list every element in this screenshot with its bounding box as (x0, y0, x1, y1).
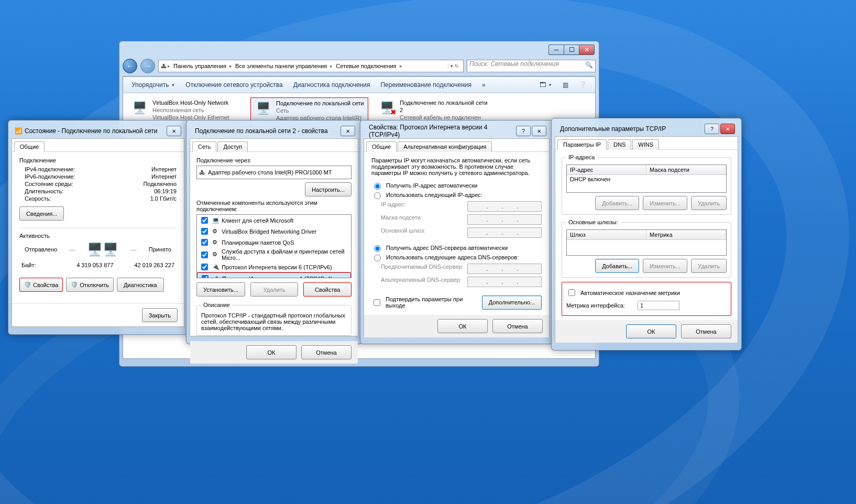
view-options-icon[interactable]: 🗔 ▼ (535, 79, 556, 91)
diagnose-button[interactable]: Диагностика подключения (289, 79, 375, 91)
crumb-network-connections[interactable]: Сетевые подключения (334, 62, 398, 70)
service-icon: ⚙ (212, 228, 220, 235)
search-input[interactable]: Поиск: Сетевые подключения (467, 60, 596, 72)
col-metric: Метрика (646, 230, 726, 239)
adapter-name: Адаптер рабочего стола Intel(R) PRO/1000… (208, 169, 332, 176)
tab-network[interactable]: Сеть (192, 141, 216, 152)
ok-button[interactable]: ОК (437, 319, 488, 333)
sent-label: Отправлено (25, 246, 57, 253)
maximize-button[interactable]: ☐ (564, 45, 579, 55)
validate-on-exit-checkbox[interactable] (374, 299, 380, 306)
diagnose-button[interactable]: Диагностика (117, 278, 164, 292)
component-checkbox[interactable] (201, 217, 208, 224)
components-listbox[interactable]: 💻Клиент для сетей Microsoft ⚙VirtualBox … (196, 214, 352, 278)
cancel-button[interactable]: Отмена (681, 324, 731, 338)
advanced-button[interactable]: Дополнительно... (482, 295, 542, 310)
ipv4-properties-dialog: Свойства: Протокол Интернета версии 4 (T… (360, 120, 553, 344)
validate-on-exit-checkbox-row[interactable]: Подтвердить параметры при выходе (371, 296, 482, 309)
tab-general[interactable]: Общие (14, 141, 45, 152)
nav-forward-button[interactable]: → (140, 59, 155, 73)
preview-pane-icon[interactable]: ▥ (558, 79, 573, 91)
auto-metric-label: Автоматическое назначение метрики (580, 290, 680, 296)
delete-gateway-button[interactable]: Удалить (691, 259, 727, 273)
ok-button[interactable]: ОК (626, 324, 676, 338)
overflow-button[interactable]: » (478, 79, 490, 91)
breadcrumb[interactable]: 🖧 ▸ Панель управления ▸ Все элементы пан… (158, 60, 464, 72)
component-item[interactable]: ⚙Планировщик пакетов QoS (197, 237, 351, 248)
component-checkbox[interactable] (201, 264, 208, 270)
group-connection-label: Подключение (19, 157, 177, 163)
properties-button[interactable]: 🛡️Свойства (19, 278, 63, 292)
help-button[interactable]: ? (516, 126, 531, 136)
refresh-icon[interactable]: ▾ ↻ (448, 63, 461, 69)
close-dialog-button[interactable]: Закрыть (142, 308, 178, 322)
connection-item-lan2[interactable]: 🖥️✖ Подключение по локальной сети 2 Сете… (375, 97, 491, 123)
minimize-button[interactable]: ─ (548, 45, 564, 55)
component-properties-button[interactable]: Свойства (303, 282, 352, 297)
component-checkbox[interactable] (201, 228, 208, 235)
dhcp-enabled-row: DHCP включен (570, 176, 610, 182)
component-item[interactable]: 💻Клиент для сетей Microsoft (197, 215, 351, 226)
dialog-title: Состояние - Подключение по локальной сет… (23, 127, 167, 135)
col-ip: IP-адрес (567, 165, 646, 174)
configure-button[interactable]: Настроить... (305, 182, 352, 196)
auto-metric-checkbox[interactable] (568, 289, 575, 296)
bytes-received-value: 42 019 263 227 (135, 262, 174, 268)
obtain-dns-auto-radio[interactable] (374, 245, 381, 252)
auto-metric-checkbox-row[interactable]: Автоматическое назначение метрики (566, 288, 727, 298)
tab-dns[interactable]: DNS (608, 139, 631, 150)
add-ip-button[interactable]: Добавить... (595, 196, 639, 210)
gateways-grid[interactable]: ШлюзМетрика (566, 229, 727, 256)
ip-addresses-grid[interactable]: IP-адресМаска подсети DHCP включен (566, 165, 727, 193)
ipv6-value: Интернет (151, 173, 177, 180)
tab-general[interactable]: Общие (366, 141, 397, 152)
component-item-ipv4-selected[interactable]: 🔌Протокол Интернета версии 4 (TCP/IPv4) (197, 272, 351, 278)
disable-button[interactable]: 🛡️Отключить (66, 278, 114, 292)
cancel-button[interactable]: Отмена (301, 345, 352, 359)
component-item[interactable]: ⚙VirtualBox Bridged Networking Driver (197, 226, 351, 237)
edit-gateway-button[interactable]: Изменить... (643, 259, 687, 273)
obtain-ip-auto-radio[interactable] (374, 183, 381, 190)
alternate-dns-input: . . . (467, 277, 542, 287)
tab-wins[interactable]: WINS (632, 139, 659, 150)
help-button[interactable]: ? (705, 124, 719, 134)
protocol-icon: 🔌 (212, 264, 220, 271)
intro-text: Параметры IP могут назначаться автоматич… (371, 157, 542, 176)
tab-access[interactable]: Доступ (217, 141, 248, 152)
crumb-all-items[interactable]: Все элементы панели управления (233, 62, 329, 70)
disable-device-button[interactable]: Отключение сетевого устройства (181, 79, 287, 91)
component-checkbox[interactable] (202, 275, 208, 278)
use-ip-manual-radio[interactable] (374, 192, 381, 199)
interface-metric-input[interactable] (638, 301, 679, 310)
nav-back-button[interactable]: ← (123, 59, 137, 73)
tab-ip-settings[interactable]: Параметры IP (557, 139, 607, 150)
rename-button[interactable]: Переименование подключения (376, 79, 476, 91)
component-checkbox[interactable] (201, 251, 208, 258)
close-button[interactable]: ✕ (341, 126, 355, 136)
details-button[interactable]: Сведения... (19, 206, 64, 221)
dialog-title: Подключение по локальной сети 2 - свойст… (193, 127, 341, 135)
uninstall-button[interactable]: Удалить (250, 282, 299, 297)
crumb-control-panel[interactable]: Панель управления (171, 62, 228, 70)
network-adapter-disconnected-icon: 🖥️✖ (377, 100, 397, 116)
close-button[interactable]: ✕ (720, 124, 735, 134)
close-button[interactable]: ✕ (167, 126, 181, 136)
tab-alternate[interactable]: Альтернативная конфигурация (398, 141, 492, 152)
component-item[interactable]: 🔌Протокол Интернета версии 6 (TCP/IPv6) (197, 261, 351, 272)
ipv6-label: IPv6-подключение: (25, 173, 75, 180)
ok-button[interactable]: ОК (246, 345, 297, 359)
close-button[interactable]: ✕ (579, 45, 595, 55)
add-gateway-button[interactable]: Добавить... (595, 259, 639, 273)
organize-button[interactable]: Упорядочить▼ (127, 79, 179, 91)
cancel-button[interactable]: Отмена (492, 319, 543, 333)
component-checkbox[interactable] (201, 239, 208, 246)
help-icon[interactable]: ❔ (575, 79, 591, 91)
network-adapter-icon: 🖥️ (129, 100, 149, 116)
delete-ip-button[interactable]: Удалить (691, 196, 727, 210)
component-item[interactable]: ⚙Служба доступа к файлам и принтерам сет… (197, 248, 351, 261)
install-button[interactable]: Установить... (196, 282, 245, 297)
use-dns-manual-radio[interactable] (374, 255, 381, 261)
bytes-sent-value: 4 319 053 877 (76, 262, 113, 268)
close-button[interactable]: ✕ (532, 126, 546, 136)
edit-ip-button[interactable]: Изменить... (643, 196, 687, 210)
